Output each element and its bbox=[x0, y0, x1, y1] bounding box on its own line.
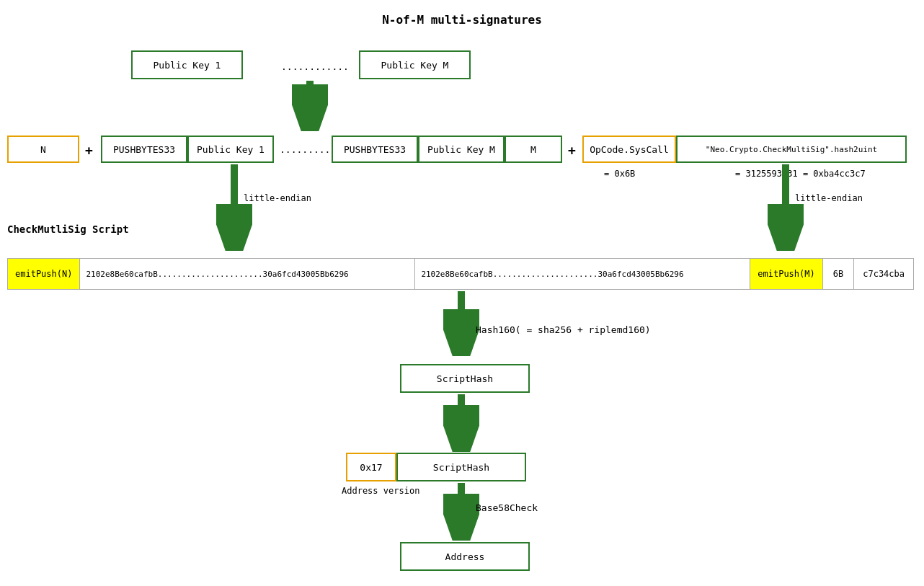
script-cell-emit-push-n: emitPush(N) bbox=[8, 259, 80, 289]
arrow-scripthash-to-ox17 bbox=[443, 394, 479, 452]
plus-1: + bbox=[85, 143, 93, 158]
arrow-to-address bbox=[443, 483, 479, 541]
script-hash-box: ScriptHash bbox=[400, 364, 530, 393]
check-multisig-script-label: CheckMutliSig Script bbox=[7, 223, 129, 235]
little-endian-right-label: little-endian bbox=[795, 193, 863, 203]
little-endian-left-label: little-endian bbox=[244, 193, 311, 203]
neo-crypto-box: "Neo.Crypto.CheckMultiSig".hash2uint bbox=[676, 136, 907, 163]
script-row: emitPush(N) 2102e8Be60cafbB.............… bbox=[7, 258, 914, 290]
base58check-label: Base58Check bbox=[476, 502, 538, 513]
hash160-label: Hash160( = sha256 + riplemd160) bbox=[476, 324, 651, 335]
eq-0x6b-label: = 0x6B bbox=[604, 169, 635, 179]
arrow-mid-to-script-right bbox=[768, 164, 804, 251]
pushbytes33-1-box: PUSHBYTES33 bbox=[101, 136, 187, 163]
arrow-top-to-mid bbox=[292, 81, 328, 131]
plus-2: + bbox=[568, 143, 576, 158]
diagram-container: N-of-M multi-signatures Public Key 1 ...… bbox=[0, 0, 924, 586]
public-key-1-top-box: Public Key 1 bbox=[131, 50, 243, 79]
n-box: N bbox=[7, 136, 79, 163]
m-box: M bbox=[505, 136, 562, 163]
public-key-m-top-box: Public Key M bbox=[359, 50, 471, 79]
top-dots: ............ bbox=[281, 61, 349, 72]
public-key-1-mid-box: Public Key 1 bbox=[187, 136, 274, 163]
script-cell-bytes-2: 2102e8Be60cafbB......................30a… bbox=[415, 259, 750, 289]
public-key-m-mid-box: Public Key M bbox=[418, 136, 505, 163]
page-title: N-of-M multi-signatures bbox=[0, 13, 924, 27]
script-cell-hash: c7c34cba bbox=[854, 259, 913, 289]
script-cell-bytes-1: 2102e8Be60cafbB......................30a… bbox=[80, 259, 415, 289]
ox17-box: 0x17 bbox=[346, 453, 396, 481]
arrow-mid-to-script-left bbox=[216, 164, 252, 251]
script-cell-emit-push-m: emitPush(M) bbox=[750, 259, 822, 289]
address-version-label: Address version bbox=[342, 486, 419, 496]
script-cell-6b: 6B bbox=[823, 259, 854, 289]
address-box: Address bbox=[400, 542, 530, 571]
script-hash-box-2: ScriptHash bbox=[396, 453, 526, 481]
arrow-script-to-hash bbox=[443, 291, 479, 356]
opcode-syscall-box: OpCode.SysCall bbox=[582, 136, 676, 163]
pushbytes33-m-box: PUSHBYTES33 bbox=[332, 136, 418, 163]
